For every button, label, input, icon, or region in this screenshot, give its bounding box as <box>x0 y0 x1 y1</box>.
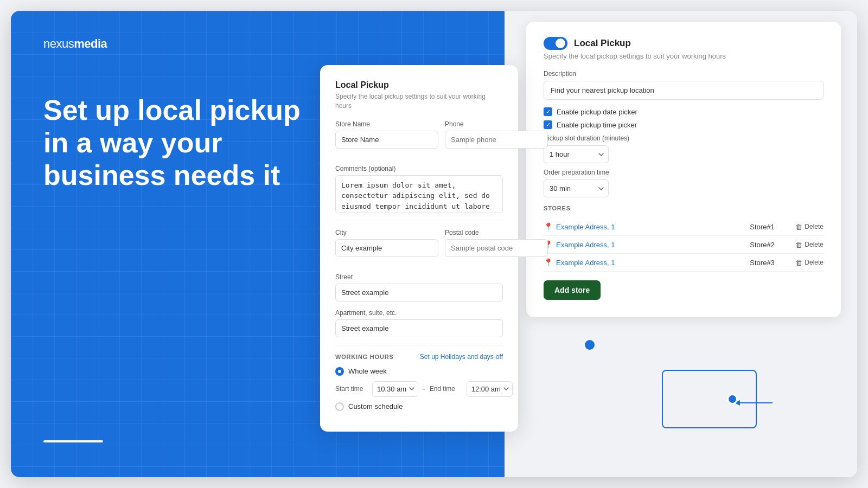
start-time-select[interactable]: 10:30 am <box>372 381 418 397</box>
description-input[interactable] <box>544 81 824 100</box>
time-picker-label: Enable pickup time picker <box>557 121 637 129</box>
postal-code-label: Postal code <box>445 229 548 236</box>
custom-schedule-radio[interactable] <box>335 402 344 411</box>
brand-name: nexusmedia <box>43 37 107 51</box>
store-name-2: Store#2 <box>750 241 782 249</box>
store-delete-btn-3[interactable]: 🗑 Delete <box>795 259 824 267</box>
slot-duration-select[interactable]: 1 hour <box>544 145 609 163</box>
store-name-label: Store Name <box>335 120 438 128</box>
right-panel: Local Pickup Specify the local pickup se… <box>505 11 857 477</box>
end-time-select[interactable]: 12:00 am <box>467 381 513 397</box>
local-pickup-toggle[interactable] <box>544 37 567 50</box>
custom-schedule-label: Custom schedule <box>348 402 403 410</box>
phone-input[interactable] <box>445 131 548 149</box>
phone-label: Phone <box>445 120 548 128</box>
stores-section-label: STORES <box>544 205 824 211</box>
apartment-label: Apartment, suite, etc. <box>335 309 503 317</box>
store-address-2[interactable]: Example Adress, 1 <box>556 241 750 249</box>
street-input[interactable] <box>335 284 503 301</box>
store-row-2: 📍 Example Adress, 1 Store#2 🗑 Delete <box>544 236 824 254</box>
add-store-button[interactable]: Add store <box>544 280 601 300</box>
preparation-time-select[interactable]: 30 min <box>544 179 609 197</box>
hero-title: Set up local pickup in a way your busine… <box>43 94 326 191</box>
form-card-subtitle: Specify the local pickup settings to sui… <box>335 92 503 111</box>
trash-icon-3: 🗑 <box>795 259 802 267</box>
settings-title: Local Pickup <box>574 38 631 49</box>
store-row-3: 📍 Example Adress, 1 Store#3 🗑 Delete <box>544 254 824 272</box>
settings-subtitle: Specify the local pickup settings to sui… <box>544 52 824 60</box>
trash-icon-1: 🗑 <box>795 223 802 231</box>
city-label: City <box>335 229 438 236</box>
comments-input[interactable]: Lorem ipsum dolor sit amet, consectetur … <box>335 175 503 213</box>
logo: nexusmedia <box>43 37 472 51</box>
store-address-3[interactable]: Example Adress, 1 <box>556 259 750 267</box>
custom-schedule-option[interactable]: Custom schedule <box>335 402 503 411</box>
slot-duration-label: Pickup slot duration (minutes) <box>544 134 824 142</box>
preparation-time-label: Order preparation time <box>544 169 824 176</box>
apartment-input[interactable] <box>335 319 503 337</box>
store-delete-btn-2[interactable]: 🗑 Delete <box>795 241 824 249</box>
setup-holidays-link[interactable]: Set up Holidays and days-off <box>420 353 503 361</box>
street-label: Street <box>335 273 503 281</box>
connector-arrow <box>735 397 778 408</box>
whole-week-radio[interactable] <box>335 367 344 376</box>
description-label: Description <box>544 70 824 78</box>
end-time-label: End time <box>430 385 462 393</box>
whole-week-label: Whole week <box>348 367 387 375</box>
hero-divider <box>43 440 103 442</box>
store-row-1: 📍 Example Adress, 1 Store#1 🗑 Delete <box>544 218 824 236</box>
store-form-card: Local Pickup Specify the local pickup se… <box>320 65 518 432</box>
form-card-title: Local Pickup <box>335 80 503 90</box>
location-icon-3: 📍 <box>544 258 553 267</box>
connector-dot-arrow <box>727 394 738 404</box>
time-dash: - <box>423 384 425 393</box>
store-name-3: Store#3 <box>750 259 782 267</box>
connector-dot-1 <box>585 340 595 350</box>
start-time-label: Start time <box>335 385 368 393</box>
store-name-input[interactable] <box>335 131 438 149</box>
comments-label: Comments (optional) <box>335 165 503 172</box>
store-address-1[interactable]: Example Adress, 1 <box>556 223 750 231</box>
date-picker-label: Enable pickup date picker <box>557 108 637 116</box>
enable-time-picker-row[interactable]: ✓ Enable pickup time picker <box>544 120 824 129</box>
city-input[interactable] <box>335 239 438 257</box>
postal-code-input[interactable] <box>445 239 548 257</box>
settings-card: Local Pickup Specify the local pickup se… <box>526 22 841 317</box>
whole-week-option[interactable]: Whole week <box>335 367 503 376</box>
date-picker-checkbox[interactable]: ✓ <box>544 107 552 116</box>
store-name-1: Store#1 <box>750 223 782 231</box>
trash-icon-2: 🗑 <box>795 241 802 249</box>
enable-date-picker-row[interactable]: ✓ Enable pickup date picker <box>544 107 824 116</box>
working-hours-label: WORKING HOURS <box>335 354 394 360</box>
store-delete-btn-1[interactable]: 🗑 Delete <box>795 223 824 231</box>
